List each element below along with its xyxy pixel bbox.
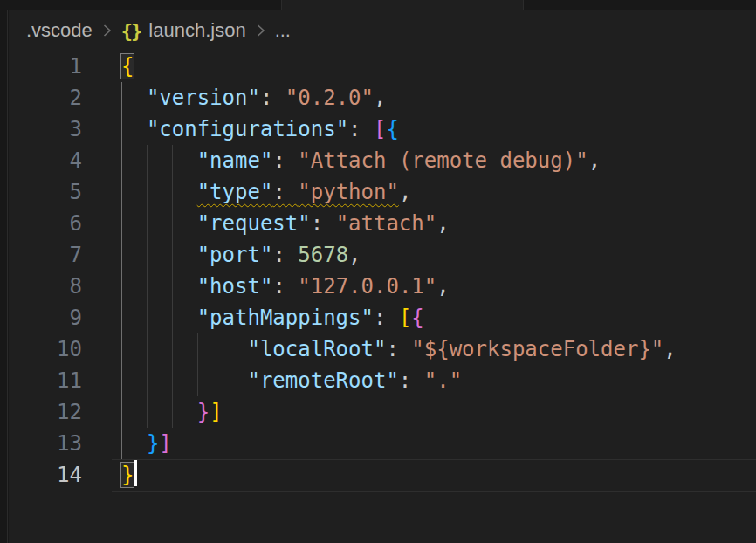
code-text: "name": "Attach (remote debug)", — [121, 145, 601, 176]
indent-guide — [121, 333, 147, 365]
code-text: "localRoot": "${workspaceFolder}", — [121, 333, 677, 365]
token: "port" — [197, 243, 273, 267]
breadcrumb-folder[interactable]: .vscode — [26, 19, 93, 42]
code-text: "pathMappings": [{ — [121, 302, 424, 333]
indent-guide — [172, 239, 197, 271]
indent-guide — [172, 176, 197, 208]
token: [ — [374, 117, 386, 141]
token: , — [436, 274, 449, 299]
code-line[interactable]: 12}] — [9, 396, 756, 428]
sidebar-sash[interactable] — [0, 10, 8, 543]
code-text: }] — [121, 396, 223, 428]
indent-guide — [121, 113, 147, 145]
code-text: { — [121, 51, 134, 82]
indent-guide — [121, 176, 147, 208]
indent-guide — [147, 365, 172, 396]
line-number[interactable]: 11 — [9, 365, 82, 396]
code-text: "configurations": [{ — [121, 113, 399, 145]
token: "0.2.0" — [285, 86, 374, 110]
code-text: "remoteRoot": "." — [121, 365, 462, 396]
token: : — [348, 117, 374, 141]
token: } — [197, 400, 210, 424]
code-line[interactable]: 6"request": "attach", — [9, 208, 756, 239]
token: "127.0.0.1" — [298, 274, 436, 299]
token: "Attach (remote debug)" — [298, 148, 588, 173]
indent-guide — [172, 302, 197, 333]
token: "host" — [197, 274, 273, 299]
breadcrumb-file[interactable]: launch.json — [148, 19, 245, 42]
line-number[interactable]: 8 — [9, 271, 82, 302]
line-number[interactable]: 1 — [9, 51, 82, 82]
code-line[interactable]: 11"remoteRoot": "." — [9, 365, 756, 396]
editor[interactable]: .vscode {} launch.json ... 1{2"version":… — [9, 10, 756, 543]
line-number[interactable]: 9 — [9, 302, 82, 333]
tab-separator — [746, 0, 746, 10]
code-line[interactable]: 3"configurations": [{ — [9, 113, 756, 145]
token: { — [386, 117, 398, 141]
token: , — [663, 337, 676, 361]
token: , — [348, 243, 361, 267]
code-line[interactable]: 13}] — [9, 428, 756, 459]
token: "name" — [197, 148, 273, 173]
line-number[interactable]: 10 — [9, 333, 82, 365]
token: [ — [399, 306, 411, 330]
code-line[interactable]: 2"version": "0.2.0", — [9, 82, 756, 113]
indent-guide — [223, 365, 248, 396]
token: } — [147, 431, 159, 456]
code-text: "port": 5678, — [121, 239, 361, 271]
code-line[interactable]: 10"localRoot": "${workspaceFolder}", — [9, 333, 756, 365]
line-number[interactable]: 14 — [9, 459, 82, 491]
code-area[interactable]: 1{2"version": "0.2.0",3"configurations":… — [9, 51, 756, 491]
code-text: "host": "127.0.0.1", — [121, 271, 450, 302]
token: ] — [159, 431, 171, 456]
token: "configurations" — [147, 117, 348, 141]
json-braces-icon: {} — [121, 20, 141, 42]
breadcrumb: .vscode {} launch.json ... — [9, 10, 756, 51]
token: , — [588, 148, 601, 173]
code-text: } — [121, 459, 137, 491]
indent-guide — [147, 145, 172, 176]
indent-guide — [147, 302, 172, 333]
active-tab-bottom-edge[interactable] — [281, 0, 524, 10]
matched-bracket: } — [121, 463, 134, 487]
token: : — [272, 274, 298, 299]
indent-guide — [197, 365, 223, 396]
line-number[interactable]: 12 — [9, 396, 82, 428]
token: ] — [210, 400, 222, 424]
line-number[interactable]: 7 — [9, 239, 82, 271]
token: : — [260, 86, 285, 110]
token: "${workspaceFolder}" — [411, 337, 663, 361]
line-number[interactable]: 6 — [9, 208, 82, 239]
line-number[interactable]: 13 — [9, 428, 82, 459]
code-line[interactable]: 1{ — [9, 51, 756, 82]
code-line[interactable]: 9"pathMappings": [{ — [9, 302, 756, 333]
indent-guide — [121, 428, 147, 459]
breadcrumb-symbol-ellipsis[interactable]: ... — [275, 19, 291, 42]
code-line[interactable]: 4"name": "Attach (remote debug)", — [9, 145, 756, 176]
code-line[interactable]: 7"port": 5678, — [9, 239, 756, 271]
token: : — [374, 306, 399, 330]
code-line[interactable]: 8"host": "127.0.0.1", — [9, 271, 756, 302]
token: : — [272, 148, 298, 173]
line-number[interactable]: 5 — [9, 176, 82, 208]
line-number[interactable]: 3 — [9, 113, 82, 145]
token: : — [386, 337, 411, 361]
code-line[interactable]: 14} — [9, 459, 756, 491]
token: "request" — [197, 211, 311, 236]
indent-guide — [172, 271, 197, 302]
indent-guide — [121, 239, 147, 271]
token: "pathMappings" — [197, 306, 374, 330]
line-number[interactable]: 4 — [9, 145, 82, 176]
indent-guide — [172, 208, 197, 239]
token: "python" — [298, 180, 399, 204]
indent-guide — [121, 302, 147, 333]
code-line[interactable]: 5"type": "python", — [9, 176, 756, 208]
tab-bar — [0, 0, 756, 10]
code-text: "request": "attach", — [121, 208, 450, 239]
matched-bracket: { — [121, 54, 134, 79]
code-text: }] — [121, 428, 172, 459]
token: , — [436, 211, 449, 236]
indent-guide — [121, 271, 147, 302]
indent-guide — [223, 333, 248, 365]
line-number[interactable]: 2 — [9, 82, 82, 113]
